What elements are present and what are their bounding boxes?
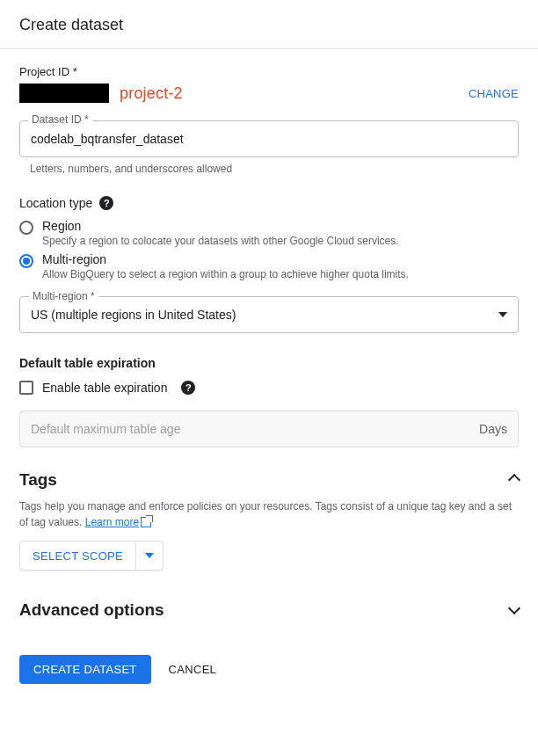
project-id-label: Project ID	[19, 65, 77, 78]
advanced-heading: Advanced options	[19, 600, 164, 620]
tags-section-toggle[interactable]: Tags	[19, 470, 519, 490]
default-expiration-heading: Default table expiration	[19, 356, 519, 370]
chevron-down-icon	[508, 602, 520, 614]
dataset-id-field[interactable]: Dataset ID	[19, 120, 519, 157]
advanced-section-toggle[interactable]: Advanced options	[19, 600, 519, 620]
enable-expiration-label: Enable table expiration	[42, 381, 167, 395]
cancel-button[interactable]: CANCEL	[169, 663, 217, 676]
chevron-down-icon	[498, 312, 507, 317]
select-scope-label: SELECT SCOPE	[20, 549, 135, 563]
radio-circle-icon	[19, 254, 33, 268]
select-scope-dropdown[interactable]	[135, 542, 163, 570]
location-type-label: Location type	[19, 196, 92, 210]
dataset-id-helper: Letters, numbers, and underscores allowe…	[30, 163, 519, 175]
radio-multi-region-label: Multi-region	[42, 252, 409, 266]
change-project-button[interactable]: CHANGE	[469, 87, 519, 100]
radio-multi-region-desc: Allow BigQuery to select a region within…	[42, 268, 409, 280]
max-age-input-disabled: Default maximum table age Days	[19, 411, 519, 447]
tags-heading: Tags	[19, 470, 57, 490]
help-icon[interactable]: ?	[99, 196, 113, 210]
radio-circle-icon	[19, 221, 33, 235]
dataset-id-label: Dataset ID	[28, 113, 92, 126]
help-icon[interactable]: ?	[181, 381, 195, 395]
multi-region-select-label: Multi-region	[29, 290, 98, 302]
tags-description: Tags help you manage and enforce policie…	[19, 498, 519, 530]
max-age-placeholder: Default maximum table age	[31, 422, 180, 436]
radio-region-desc: Specify a region to colocate your datase…	[42, 235, 399, 247]
max-age-unit: Days	[479, 422, 507, 436]
radio-region[interactable]: Region Specify a region to colocate your…	[19, 219, 519, 247]
checkbox-icon	[19, 381, 33, 395]
tags-learn-more-link[interactable]: Learn more	[85, 516, 151, 528]
chevron-up-icon	[508, 474, 520, 486]
select-scope-button[interactable]: SELECT SCOPE	[19, 541, 164, 571]
enable-expiration-checkbox[interactable]: Enable table expiration ?	[19, 381, 519, 395]
multi-region-select-value: US (multiple regions in United States)	[31, 308, 498, 322]
multi-region-select[interactable]: Multi-region US (multiple regions in Uni…	[19, 296, 519, 333]
chevron-down-icon	[145, 553, 154, 558]
dataset-id-input[interactable]	[19, 120, 519, 157]
radio-multi-region[interactable]: Multi-region Allow BigQuery to select a …	[19, 252, 519, 280]
external-link-icon	[141, 517, 151, 527]
radio-region-label: Region	[42, 219, 399, 233]
page-title: Create dataset	[0, 0, 538, 48]
project-name: project-2	[120, 84, 183, 103]
create-dataset-button[interactable]: CREATE DATASET	[19, 655, 151, 684]
project-id-value-redacted	[19, 84, 109, 103]
